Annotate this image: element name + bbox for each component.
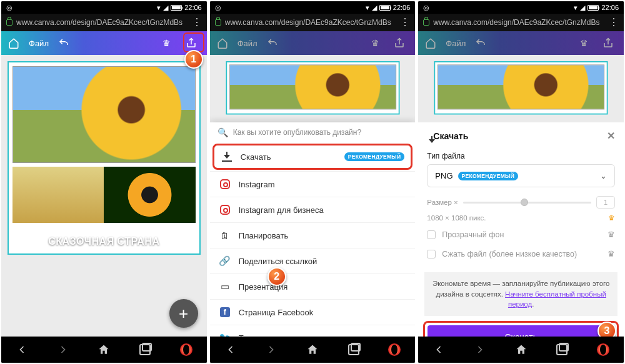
option-schedule[interactable]: 🗓 Планировать (210, 222, 416, 248)
download-icon (221, 150, 233, 163)
option-instagram[interactable]: Instagram (210, 171, 416, 197)
download-button[interactable]: Скачать (428, 325, 614, 337)
forward-icon[interactable] (472, 342, 488, 357)
crown-icon: ♛ (369, 37, 381, 49)
design-image-top (229, 64, 396, 109)
status-time: 22:06 (393, 4, 411, 11)
browser-bottom-nav (418, 337, 624, 363)
crown-icon: ♛ (608, 249, 615, 258)
search-placeholder: Как вы хотите опубликовать дизайн? (233, 128, 361, 137)
menu-dots-icon[interactable]: ⋮ (400, 17, 410, 27)
option-twitter[interactable]: 🐦 Твиттер (210, 325, 416, 337)
home-icon (424, 37, 437, 49)
close-icon[interactable]: ✕ (607, 130, 615, 142)
app-toolbar: Файл ♛ (210, 31, 416, 55)
browser-url-bar[interactable]: www.canva.com/design/DAEc9aZKcec/tGnzMdB… (418, 14, 624, 31)
design-canvas (226, 61, 399, 115)
wifi-icon: ▾ (157, 4, 161, 12)
callout-1: 1 (184, 50, 203, 69)
home-icon[interactable] (8, 37, 20, 49)
link-icon: 🔗 (219, 255, 231, 267)
facebook-icon: f (219, 306, 231, 318)
compress-option[interactable]: Сжать файл (более низкое качество) ♛ (418, 244, 624, 263)
option-link[interactable]: 🔗 Поделиться ссылкой (210, 248, 416, 273)
opera-icon[interactable] (179, 342, 194, 357)
crown-icon[interactable]: ♛ (161, 37, 173, 49)
crown-icon: ♛ (608, 230, 615, 239)
browser-url-bar[interactable]: www.canva.com/design/DAEc9aZKcec/tGnzMdB… (1, 14, 207, 31)
crown-icon: ♛ (608, 214, 615, 222)
editor-canvas-area: 🔍 Как вы хотите опубликовать дизайн? Ска… (210, 55, 416, 337)
option-instagram-biz[interactable]: Instagram для бизнеса (210, 197, 416, 222)
filetype-value: PNG (435, 171, 452, 180)
option-fb-page[interactable]: f Страница Facebook (210, 299, 416, 325)
tabs-icon[interactable] (138, 342, 152, 357)
publish-sheet: 🔍 Как вы хотите опубликовать дизайн? Ска… (210, 122, 416, 337)
browser-bottom-nav (210, 337, 416, 363)
transparent-bg-label: Прозрачный фон (442, 230, 504, 239)
search-icon: 🔍 (218, 127, 228, 137)
menu-dots-icon[interactable]: ⋮ (609, 17, 619, 27)
filetype-select[interactable]: PNG РЕКОМЕНДУЕМЫЙ ⌄ (427, 164, 615, 187)
home-nav-icon[interactable] (96, 342, 111, 357)
twitter-icon: 🐦 (219, 332, 231, 337)
editor-canvas-area: СКАЗОЧНАЯ СТРАНА + (1, 55, 207, 337)
size-slider[interactable] (463, 202, 591, 204)
opera-icon[interactable] (387, 342, 402, 357)
size-hint: 1080 × 1080 пикс. (427, 214, 486, 222)
add-page-fab[interactable]: + (169, 299, 198, 328)
publish-search[interactable]: 🔍 Как вы хотите опубликовать дизайн? (210, 122, 416, 142)
transparent-bg-option[interactable]: Прозрачный фон ♛ (418, 225, 624, 244)
size-value[interactable]: 1 (596, 196, 615, 209)
upsell-banner: Экономьте время — запланируйте публикаци… (424, 272, 618, 316)
editor-canvas-area: Скачать ✕ Тип файла PNG РЕКОМЕНДУЕМЫЙ ⌄ … (418, 55, 624, 337)
design-image-bottom (12, 167, 196, 223)
checkbox-icon (427, 230, 436, 239)
status-time: 22:06 (184, 4, 202, 11)
file-menu[interactable]: Файл (29, 39, 49, 48)
forward-icon[interactable] (264, 342, 279, 357)
lock-icon (215, 19, 221, 26)
crown-icon: ♛ (578, 37, 590, 49)
signal-icon: ◢ (163, 4, 168, 12)
back-icon[interactable] (431, 342, 446, 357)
app-toolbar: Файл ♛ (418, 31, 624, 55)
url-text: www.canva.com/design/DAEc9aZKcec/tGnzMdB… (225, 18, 397, 27)
url-text: www.canva.com/design/DAEc9aZKcec/tGnzMdB… (433, 18, 605, 27)
option-schedule-label: Планировать (239, 231, 289, 240)
undo-icon[interactable] (58, 37, 70, 49)
option-instagram-label: Instagram (239, 180, 275, 189)
status-time: 22:06 (601, 4, 619, 11)
design-caption: СКАЗОЧНАЯ СТРАНА (9, 236, 199, 247)
opera-icon[interactable] (596, 342, 611, 357)
design-canvas[interactable]: СКАЗОЧНАЯ СТРАНА (8, 61, 201, 255)
back-icon[interactable] (14, 342, 29, 357)
menu-dots-icon[interactable]: ⋮ (192, 17, 202, 27)
option-twitter-label: Твиттер (239, 333, 269, 337)
undo-icon (266, 37, 279, 49)
option-download[interactable]: Скачать РЕКОМЕНДУЕМЫЙ (212, 144, 413, 170)
file-menu: Файл (446, 39, 466, 48)
browser-url-bar[interactable]: www.canva.com/design/DAEc9aZKcec/tGnzMdB… (210, 14, 416, 31)
app-toolbar: Файл ♛ (1, 31, 207, 55)
signal-icon: ◢ (372, 4, 377, 12)
filetype-label: Тип файла (418, 149, 624, 164)
home-icon (216, 37, 229, 49)
tabs-icon[interactable] (346, 342, 361, 357)
size-label: Размер × (427, 199, 458, 206)
forward-icon[interactable] (56, 342, 71, 357)
option-presentation[interactable]: ▭ Презентация (210, 273, 416, 299)
back-icon[interactable] (223, 342, 238, 357)
status-bar: ◎ ▾ ◢ 22:06 (1, 1, 207, 14)
upsell-link[interactable]: Начните бесплатный пробный период (505, 290, 606, 308)
home-nav-icon[interactable] (305, 342, 320, 357)
status-bar: ◎ ▾ ◢ 22:06 (210, 1, 416, 14)
checkbox-icon (427, 250, 436, 258)
tabs-icon[interactable] (554, 342, 569, 357)
shazam-icon: ◎ (215, 4, 221, 12)
undo-icon (474, 37, 487, 49)
callout-2: 2 (268, 267, 286, 286)
status-bar: ◎ ▾ ◢ 22:06 (418, 1, 624, 14)
home-nav-icon[interactable] (514, 342, 529, 357)
compress-label: Сжать файл (более низкое качество) (442, 250, 577, 258)
